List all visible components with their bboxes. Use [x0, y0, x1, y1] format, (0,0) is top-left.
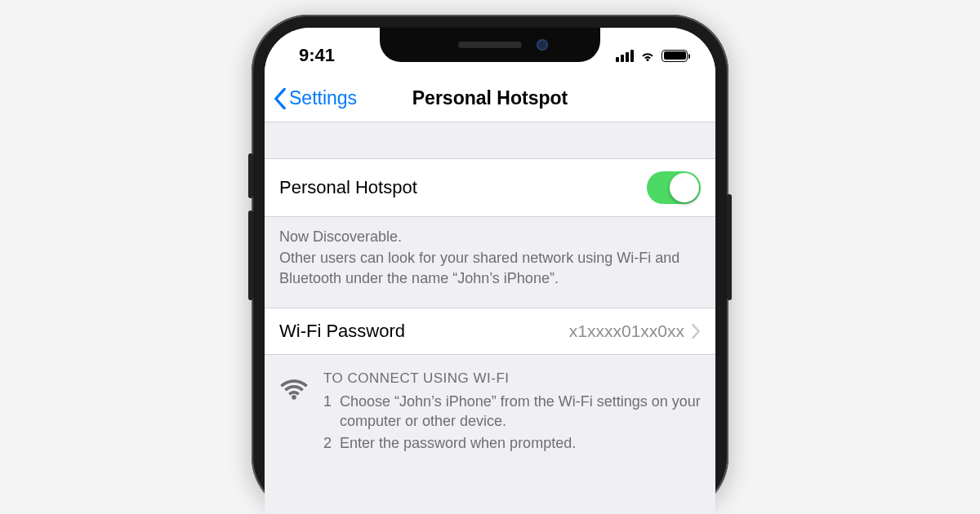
wifi-instructions: TO CONNECT USING WI-FI 1 Choose “John’s … — [265, 355, 715, 456]
nav-bar: Settings Personal Hotspot — [265, 75, 715, 122]
wifi-password-label: Wi-Fi Password — [279, 321, 405, 342]
instr-1-text: Choose “John’s iPhone” from the Wi-Fi se… — [340, 392, 701, 432]
chevron-right-icon — [691, 324, 701, 339]
notch — [380, 28, 600, 62]
cell-signal-icon — [616, 49, 634, 62]
hotspot-toggle[interactable] — [647, 171, 701, 204]
back-button[interactable]: Settings — [273, 87, 357, 109]
wifi-icon — [639, 47, 656, 64]
hotspot-label: Personal Hotspot — [279, 177, 417, 198]
front-camera — [537, 39, 548, 51]
status-time: 9:41 — [299, 45, 335, 66]
footnote-head: Now Discoverable. — [279, 227, 701, 246]
screen: 9:41 Settings Personal Hotspot — [265, 28, 715, 514]
wifi-password-row[interactable]: Wi-Fi Password x1xxxx01xx0xx — [265, 308, 715, 355]
hotspot-toggle-row: Personal Hotspot — [265, 158, 715, 217]
instr-2-num: 2 — [323, 433, 333, 453]
back-label: Settings — [289, 87, 357, 109]
hotspot-footnote: Now Discoverable. Other users can look f… — [265, 217, 715, 308]
footnote-body: Other users can look for your shared net… — [279, 248, 701, 288]
iphone-frame: 9:41 Settings Personal Hotspot — [252, 15, 728, 514]
instr-2-text: Enter the password when prompted. — [340, 433, 576, 453]
instructions-title: TO CONNECT USING WI-FI — [323, 370, 701, 388]
instr-1-num: 1 — [323, 392, 333, 432]
chevron-left-icon — [273, 88, 287, 109]
wifi-icon — [279, 370, 309, 456]
battery-icon — [662, 50, 688, 62]
wifi-password-value: x1xxxx01xx0xx — [569, 321, 684, 341]
